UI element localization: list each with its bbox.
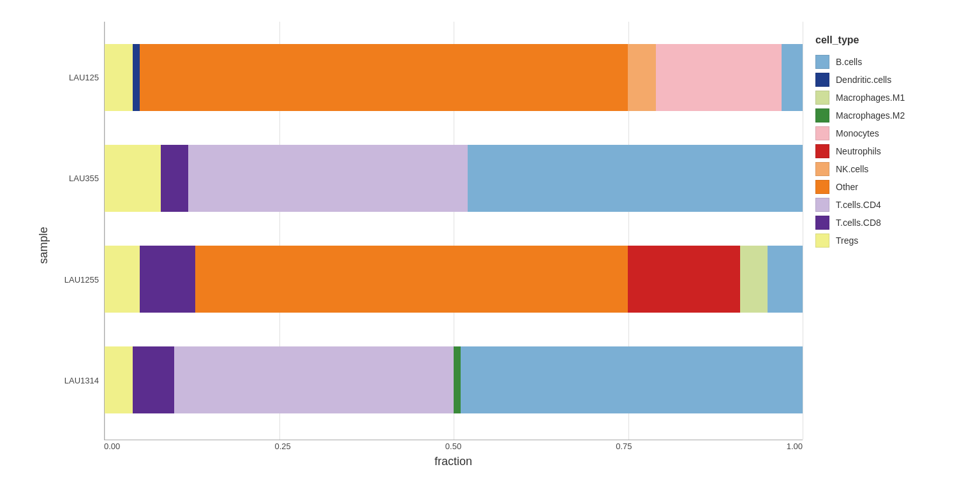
bar-LAU1255 [105,246,803,313]
seg-LAU125-Bcells [782,44,803,111]
legend-item-bcells: B.cells [815,55,949,69]
seg-LAU1314-Bcells [461,346,803,413]
legend-label-macm1: Macrophages.M1 [836,93,905,103]
seg-LAU1314-CD4 [174,346,454,413]
bar-LAU1314 [105,346,803,413]
seg-LAU125-Monocytes [656,44,782,111]
y-label-LAU1255: LAU1255 [56,244,104,315]
bar-LAU355 [105,145,803,212]
seg-LAU1255-Other [195,246,628,313]
legend-color-dendritic [815,73,829,87]
x-tick-0: 0.00 [104,442,120,451]
legend-label-dendritic: Dendritic.cells [836,75,891,85]
seg-LAU1255-CD8 [140,246,196,313]
chart-container: sample LAU125 LAU355 LAU1255 LAU1314 [18,9,962,481]
legend-item-other: Other [815,180,949,194]
y-label-LAU125: LAU125 [56,42,104,112]
seg-LAU355-CD4 [188,145,468,212]
legend-label-nkcells: NK.cells [836,164,868,174]
seg-LAU355-Tregs [105,145,161,212]
legend-item-nkcells: NK.cells [815,162,949,176]
legend-label-other: Other [836,182,858,192]
bar-LAU125 [105,44,803,111]
seg-LAU1255-Bcells [768,246,803,313]
y-axis-label: sample [37,226,50,264]
seg-LAU1255-Neutrophils [628,246,739,313]
legend-item-cd8: T.cells.CD8 [815,216,949,230]
legend-color-neutrophils [815,144,829,158]
legend-item-macm1: Macrophages.M1 [815,91,949,105]
legend-item-dendritic: Dendritic.cells [815,73,949,87]
legend-color-other [815,180,829,194]
legend-color-macm1 [815,91,829,105]
legend-item-macm2: Macrophages.M2 [815,108,949,122]
x-tick-25: 0.25 [274,442,290,451]
seg-LAU1314-Tregs [105,346,133,413]
legend-label-neutrophils: Neutrophils [836,146,881,156]
seg-LAU125-Other [140,44,628,111]
grid-line-100 [803,22,803,440]
legend-label-cd4: T.cells.CD4 [836,200,881,210]
legend: cell_type B.cells Dendritic.cells Macrop… [803,22,956,468]
legend-color-cd8 [815,216,829,230]
x-tick-100: 1.00 [787,442,803,451]
x-tick-50: 0.50 [445,442,461,451]
legend-color-cd4 [815,198,829,212]
seg-LAU355-Bcells [468,145,803,212]
seg-LAU1314-CD8 [133,346,175,413]
seg-LAU125-Tregs [105,44,133,111]
seg-LAU1314-MacM2 [454,346,461,413]
legend-label-cd8: T.cells.CD8 [836,218,881,228]
x-axis-label: fraction [434,455,472,468]
legend-color-tregs [815,234,829,248]
legend-color-bcells [815,55,829,69]
legend-label-bcells: B.cells [836,57,862,67]
legend-color-monocytes [815,126,829,140]
legend-item-monocytes: Monocytes [815,126,949,140]
seg-LAU125-Dendritic [133,44,140,111]
legend-color-nkcells [815,162,829,176]
x-tick-75: 0.75 [616,442,632,451]
legend-item-tregs: Tregs [815,234,949,248]
legend-color-macm2 [815,108,829,122]
y-label-LAU355: LAU355 [56,144,104,214]
legend-label-tregs: Tregs [836,235,858,246]
legend-item-neutrophils: Neutrophils [815,144,949,158]
plot-area: sample LAU125 LAU355 LAU1255 LAU1314 [31,22,803,468]
seg-LAU125-NK [628,44,656,111]
legend-label-monocytes: Monocytes [836,128,879,138]
legend-title: cell_type [815,34,949,46]
seg-LAU355-CD8 [161,145,189,212]
seg-LAU1255-Tregs [105,246,140,313]
seg-LAU1255-MacM1 [740,246,768,313]
legend-item-cd4: T.cells.CD4 [815,198,949,212]
y-label-LAU1314: LAU1314 [56,346,104,416]
legend-label-macm2: Macrophages.M2 [836,110,905,121]
